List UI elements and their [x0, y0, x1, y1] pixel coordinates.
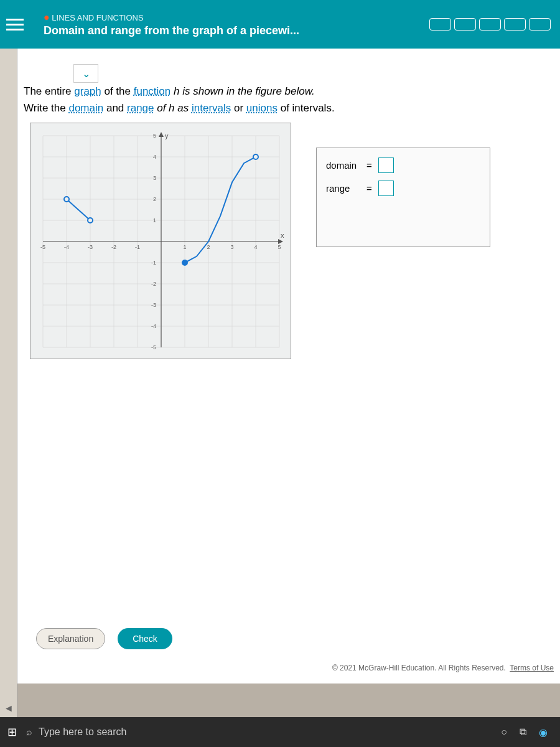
range-label: range — [326, 183, 360, 194]
domain-label: domain — [326, 160, 360, 171]
intervals-term[interactable]: intervals — [192, 102, 231, 114]
svg-text:-4: -4 — [151, 323, 156, 329]
function-term[interactable]: function — [134, 85, 171, 97]
menu-icon[interactable] — [6, 12, 31, 37]
svg-point-51 — [253, 154, 258, 159]
svg-text:2: 2 — [153, 196, 156, 202]
taskview-icon[interactable]: ⧉ — [520, 726, 526, 738]
check-button[interactable]: Check — [118, 628, 172, 649]
problem-prompt: The entire graph of the function h is sh… — [24, 83, 548, 116]
category-label: ● LINES AND FUNCTIONS — [44, 12, 299, 23]
svg-text:-5: -5 — [151, 344, 156, 350]
svg-text:3: 3 — [230, 244, 233, 250]
edge-icon[interactable]: ◉ — [539, 726, 548, 738]
svg-text:1: 1 — [183, 244, 186, 250]
svg-text:-4: -4 — [64, 244, 69, 250]
svg-text:x: x — [281, 232, 284, 239]
svg-text:-1: -1 — [135, 244, 140, 250]
svg-text:4: 4 — [153, 154, 156, 160]
svg-text:2: 2 — [207, 244, 210, 250]
svg-point-49 — [88, 218, 93, 223]
svg-text:5: 5 — [153, 133, 156, 139]
dropdown-toggle[interactable]: ⌄ — [73, 64, 98, 83]
svg-marker-24 — [278, 239, 283, 244]
cortana-icon[interactable]: ○ — [501, 726, 507, 738]
content-area: ⌄ The entire graph of the function h is … — [17, 49, 560, 684]
terms-link[interactable]: Terms of Use — [510, 664, 554, 672]
unions-term[interactable]: unions — [246, 102, 278, 114]
graph-plot: -5-4-3-2-112345-5-4-3-2-112345xy — [30, 123, 291, 359]
explanation-button[interactable]: Explanation — [36, 628, 105, 649]
svg-text:-3: -3 — [151, 302, 156, 308]
svg-text:-2: -2 — [111, 244, 116, 250]
range-term[interactable]: range — [127, 102, 154, 114]
search-icon: ⌕ — [26, 726, 32, 738]
answer-panel: domain = range = — [316, 148, 490, 247]
page-title: Domain and range from the graph of a pie… — [44, 24, 299, 37]
scroll-left-arrow-icon[interactable]: ◄ — [4, 703, 14, 714]
svg-text:y: y — [165, 132, 169, 139]
svg-point-48 — [64, 197, 69, 202]
copyright-text: © 2021 McGraw-Hill Education. All Rights… — [332, 664, 554, 672]
app-header: ● LINES AND FUNCTIONS Domain and range f… — [0, 0, 560, 49]
svg-text:-3: -3 — [88, 244, 93, 250]
svg-text:-1: -1 — [151, 260, 156, 266]
range-input[interactable] — [378, 181, 394, 196]
svg-marker-25 — [159, 132, 164, 137]
svg-text:-5: -5 — [40, 244, 45, 250]
svg-text:4: 4 — [254, 244, 257, 250]
windows-start-icon[interactable]: ⊞ — [7, 725, 17, 739]
svg-point-50 — [182, 260, 187, 265]
svg-text:1: 1 — [153, 217, 156, 223]
graph-term[interactable]: graph — [74, 85, 101, 97]
svg-text:5: 5 — [278, 244, 281, 250]
taskbar-search[interactable]: ⌕ Type here to search — [26, 726, 126, 738]
svg-text:3: 3 — [153, 175, 156, 181]
windows-taskbar[interactable]: ⊞ ⌕ Type here to search ○ ⧉ ◉ — [0, 717, 560, 747]
domain-term[interactable]: domain — [68, 102, 103, 114]
search-placeholder: Type here to search — [39, 726, 126, 738]
svg-text:-2: -2 — [151, 281, 156, 287]
left-scrollbar[interactable]: ◄ — [0, 49, 17, 717]
chevron-down-icon: ⌄ — [82, 68, 90, 80]
domain-input[interactable] — [378, 157, 394, 173]
progress-boxes — [429, 18, 551, 31]
